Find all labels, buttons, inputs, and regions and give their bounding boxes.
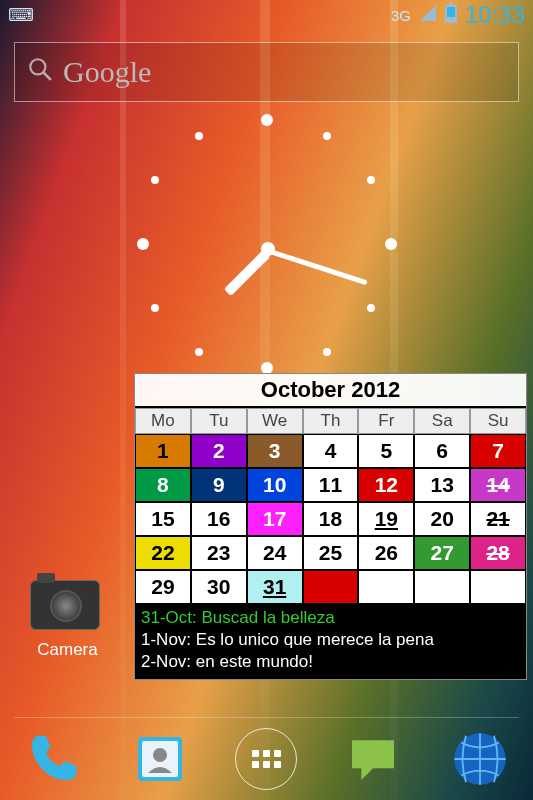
search-placeholder: Google <box>63 55 151 89</box>
calendar-events: 31-Oct: Buscad la belleza1-Nov: Es lo un… <box>135 604 526 679</box>
clock-tick <box>367 176 375 184</box>
network-type: 3G <box>391 7 411 24</box>
calendar-cell[interactable]: 15 <box>135 502 191 536</box>
messaging-app[interactable] <box>342 728 404 790</box>
clock-tick-9 <box>137 238 149 250</box>
calendar-day-header: Th <box>303 408 359 434</box>
calendar-cell[interactable]: 8 <box>135 468 191 502</box>
calendar-cell[interactable]: 6 <box>414 434 470 468</box>
clock-tick <box>151 304 159 312</box>
google-search-widget[interactable]: Google <box>14 42 519 102</box>
camera-label: Camera <box>30 640 105 660</box>
calendar-cell[interactable]: 7 <box>470 434 526 468</box>
calendar-day-header: Su <box>470 408 526 434</box>
wallpaper-stripe <box>120 0 126 800</box>
calendar-cell[interactable]: 1 <box>303 570 359 604</box>
calendar-cell[interactable]: 25 <box>303 536 359 570</box>
calendar-cell[interactable]: 19 <box>358 502 414 536</box>
calendar-cell[interactable]: 11 <box>303 468 359 502</box>
calendar-day-header: Sa <box>414 408 470 434</box>
calendar-cell[interactable]: 16 <box>191 502 247 536</box>
calendar-day-header: We <box>247 408 303 434</box>
calendar-cell[interactable]: 13 <box>414 468 470 502</box>
clock-tick <box>367 304 375 312</box>
apps-icon <box>235 728 297 790</box>
calendar-cell[interactable]: 12 <box>358 468 414 502</box>
calendar-cell[interactable]: 17 <box>247 502 303 536</box>
calendar-title: October 2012 <box>135 374 526 406</box>
calendar-event-line: 31-Oct: Buscad la belleza <box>141 607 520 629</box>
calendar-cell[interactable]: 10 <box>247 468 303 502</box>
calendar-event-line: 1-Nov: Es lo unico que merece la pena <box>141 629 520 651</box>
calendar-day-header: Tu <box>191 408 247 434</box>
phone-app[interactable] <box>22 728 84 790</box>
calendar-day-header: Fr <box>358 408 414 434</box>
calendar-cell[interactable]: 21 <box>470 502 526 536</box>
calendar-cell[interactable]: 1 <box>135 434 191 468</box>
clock-tick <box>195 348 203 356</box>
svg-point-3 <box>30 59 45 74</box>
calendar-cell[interactable]: 27 <box>414 536 470 570</box>
status-bar[interactable]: ⌨ 3G 10:33 <box>0 0 533 30</box>
calendar-grid: MoTuWeThFrSaSu12345678910111213141516171… <box>135 406 526 604</box>
clock-tick <box>323 348 331 356</box>
keyboard-indicator-icon: ⌨ <box>8 4 34 26</box>
calendar-cell[interactable]: 2 <box>358 570 414 604</box>
analog-clock-widget[interactable] <box>137 118 397 378</box>
battery-icon <box>445 3 457 28</box>
calendar-cell[interactable]: 5 <box>358 434 414 468</box>
calendar-cell[interactable]: 31 <box>247 570 303 604</box>
clock-tick <box>323 132 331 140</box>
calendar-cell[interactable]: 20 <box>414 502 470 536</box>
clock-tick-3 <box>385 238 397 250</box>
search-icon <box>27 56 53 89</box>
status-time: 10:33 <box>465 1 525 29</box>
calendar-cell[interactable]: 26 <box>358 536 414 570</box>
hour-hand <box>223 249 270 296</box>
calendar-cell[interactable]: 3 <box>414 570 470 604</box>
camera-icon <box>30 580 100 630</box>
calendar-cell[interactable]: 18 <box>303 502 359 536</box>
calendar-cell[interactable]: 22 <box>135 536 191 570</box>
svg-line-4 <box>43 72 51 80</box>
svg-rect-2 <box>447 7 455 17</box>
signal-icon <box>419 4 437 27</box>
minute-hand <box>266 248 367 285</box>
calendar-event-line: 2-Nov: en este mundo! <box>141 651 520 673</box>
calendar-cell[interactable]: 3 <box>247 434 303 468</box>
calendar-cell[interactable]: 28 <box>470 536 526 570</box>
svg-rect-0 <box>449 3 453 5</box>
camera-shortcut[interactable]: Camera <box>30 580 105 660</box>
calendar-cell[interactable]: 9 <box>191 468 247 502</box>
calendar-cell[interactable]: 23 <box>191 536 247 570</box>
svg-point-7 <box>153 748 167 762</box>
contacts-app[interactable] <box>129 728 191 790</box>
apps-button[interactable] <box>235 728 297 790</box>
clock-tick <box>151 176 159 184</box>
calendar-widget[interactable]: October 2012 MoTuWeThFrSaSu1234567891011… <box>134 373 527 680</box>
calendar-cell[interactable]: 30 <box>191 570 247 604</box>
calendar-cell[interactable]: 4 <box>470 570 526 604</box>
calendar-cell[interactable]: 4 <box>303 434 359 468</box>
calendar-cell[interactable]: 2 <box>191 434 247 468</box>
calendar-day-header: Mo <box>135 408 191 434</box>
clock-tick-12 <box>261 114 273 126</box>
dock <box>0 718 533 800</box>
calendar-cell[interactable]: 14 <box>470 468 526 502</box>
calendar-cell[interactable]: 29 <box>135 570 191 604</box>
browser-app[interactable] <box>449 728 511 790</box>
clock-center <box>261 242 275 256</box>
clock-tick <box>195 132 203 140</box>
calendar-cell[interactable]: 24 <box>247 536 303 570</box>
